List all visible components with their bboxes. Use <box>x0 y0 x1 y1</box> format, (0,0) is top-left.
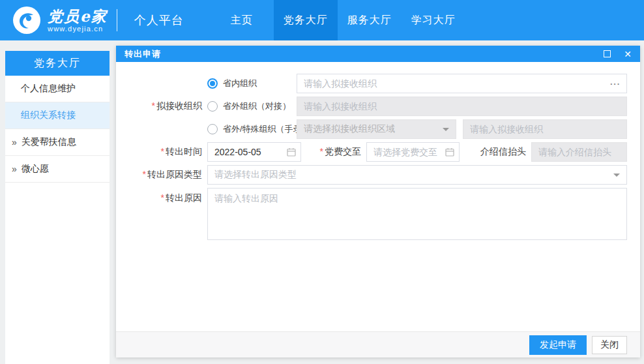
sidebar-item-personal-info[interactable]: 个人信息维护 <box>5 76 110 102</box>
receiving-org-input[interactable] <box>297 74 627 93</box>
caret-down-icon <box>443 128 449 134</box>
nav-item-party-affairs[interactable]: 党务大厅 <box>274 0 338 40</box>
close-icon[interactable]: ✕ <box>624 50 632 59</box>
row-receiving-org-1: 省内组织 ··· <box>129 74 627 93</box>
dialog-titlebar: 转出申请 ✕ <box>116 46 640 62</box>
reason-type-select[interactable]: 请选择转出原因类型 <box>207 165 627 185</box>
chevron-right-icon: » <box>12 137 17 147</box>
close-button[interactable]: 关闭 <box>592 336 627 354</box>
sidebar-item-label: 微心愿 <box>22 163 49 175</box>
reason-type-label: *转出原因类型 <box>129 169 207 181</box>
top-header: 党员e家 www.dyejia.cn 个人平台 主页 党务大厅 服务大厅 学习大… <box>0 0 644 40</box>
letter-title-wrap <box>531 142 627 162</box>
sidebar-item-org-transfer[interactable]: 组织关系转接 <box>5 102 110 129</box>
transfer-out-dialog: 转出申请 ✕ 省内组织 ··· *拟接收组织 省外组织（对接） <box>116 46 640 357</box>
platform-title: 个人平台 <box>134 12 184 28</box>
reason-textarea[interactable] <box>207 188 627 240</box>
brand-name: 党员e家 <box>48 8 108 24</box>
sidebar-title: 党务大厅 <box>5 51 110 76</box>
transfer-date-wrap <box>207 142 301 162</box>
receiving-org-label: *拟接收组织 <box>129 100 207 112</box>
nav-item-home[interactable]: 主页 <box>210 0 274 40</box>
radio-label: 省内组织 <box>223 78 257 89</box>
row-reason-type: *转出原因类型 请选择转出原因类型 <box>129 165 627 185</box>
ellipsis-picker-icon[interactable]: ··· <box>610 79 621 89</box>
reason-label: *转出原因 <box>129 188 207 204</box>
receiving-org-input-disabled <box>297 97 627 116</box>
brand-url: www.dyejia.cn <box>48 25 108 33</box>
dues-label: *党费交至 <box>301 146 366 158</box>
required-mark: * <box>161 192 164 203</box>
chevron-right-icon: » <box>12 164 17 174</box>
row-reason: *转出原因 <box>129 188 627 240</box>
calendar-icon[interactable] <box>287 147 296 157</box>
row-receiving-org-3: 省外/特殊组织（手录） 请选择拟接收组织区域 <box>129 119 627 139</box>
row-receiving-org-2: *拟接收组织 省外组织（对接） <box>129 97 627 116</box>
radio-checked-icon <box>207 78 218 89</box>
dialog-footer: 发起申请 关闭 <box>116 331 640 357</box>
receiving-region-select: 请选择拟接收组织区域 <box>297 119 456 139</box>
radio-province-external-link[interactable]: 省外组织（对接） <box>207 100 297 112</box>
required-mark: * <box>152 100 155 111</box>
main-nav: 主页 党务大厅 服务大厅 学习大厅 <box>210 0 465 40</box>
logo[interactable]: 党员e家 www.dyejia.cn <box>12 5 108 35</box>
letter-title-label: 介绍信抬头 <box>460 146 531 158</box>
sidebar-item-label: 组织关系转接 <box>21 110 76 121</box>
sidebar: 党务大厅 个人信息维护 组织关系转接 » 关爱帮扶信息 » 微心愿 <box>5 51 110 364</box>
sidebar-item-micro-wish[interactable]: » 微心愿 <box>5 156 110 183</box>
dialog-title: 转出申请 <box>124 48 604 60</box>
brand-block: 党员e家 www.dyejia.cn <box>48 8 108 33</box>
sidebar-item-label: 关爱帮扶信息 <box>22 136 76 148</box>
required-mark: * <box>320 146 323 157</box>
sidebar-item-care-support[interactable]: » 关爱帮扶信息 <box>5 129 110 156</box>
submit-button[interactable]: 发起申请 <box>529 335 587 355</box>
dialog-body: 省内组织 ··· *拟接收组织 省外组织（对接） <box>116 62 640 243</box>
radio-unchecked-icon <box>207 124 218 134</box>
sidebar-item-label: 个人信息维护 <box>21 83 76 95</box>
radio-province-internal[interactable]: 省内组织 <box>207 78 297 89</box>
radio-label: 省外组织（对接） <box>223 100 291 112</box>
nav-item-service-hall[interactable]: 服务大厅 <box>338 0 402 40</box>
radio-unchecked-icon <box>207 101 218 112</box>
caret-down-icon <box>613 174 620 180</box>
maximize-icon[interactable] <box>604 50 611 57</box>
logo-icon <box>12 5 42 35</box>
receiving-org-input-wrap: ··· <box>297 74 627 93</box>
header-divider <box>117 9 117 31</box>
required-mark: * <box>161 146 164 157</box>
required-mark: * <box>143 169 146 179</box>
transfer-date-label: *转出时间 <box>129 146 207 158</box>
nav-item-learning-hall[interactable]: 学习大厅 <box>402 0 465 40</box>
receiving-org-manual-input <box>463 119 627 139</box>
calendar-icon[interactable] <box>445 147 454 157</box>
dues-input-wrap <box>366 142 460 162</box>
letter-title-input <box>531 142 627 162</box>
row-dates: *转出时间 *党费交至 介绍信抬头 <box>129 142 627 162</box>
radio-special-manual[interactable]: 省外/特殊组织（手录） <box>207 123 297 135</box>
